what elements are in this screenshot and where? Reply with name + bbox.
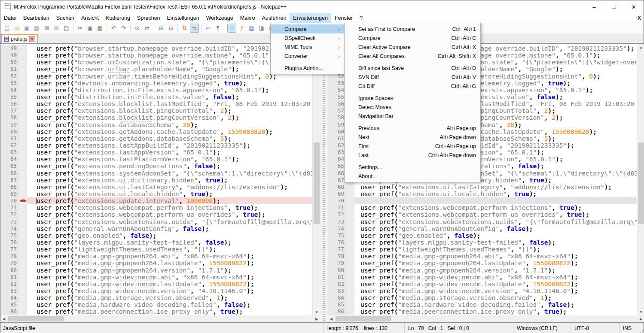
code-text[interactable]: user_pref("media.gmp-gmpopenh264.version… — [37, 267, 312, 274]
save-all-icon[interactable]: ▦ — [32, 24, 41, 33]
bookmark-margin[interactable] — [19, 301, 27, 308]
bookmark-margin[interactable] — [347, 260, 354, 266]
code-text[interactable]: user_pref("distribution.iniFile.exists.v… — [37, 94, 312, 100]
menu-item-clear-active-compare[interactable]: Clear Active CompareCtrl+Alt+X — [345, 42, 480, 51]
scroll-thumb[interactable] — [314, 142, 320, 224]
bookmark-margin[interactable] — [19, 260, 27, 266]
bookmark-margin[interactable] — [347, 204, 354, 211]
code-text[interactable]: user_pref("media.hardware-video-decoding… — [37, 301, 312, 308]
scroll-thumb[interactable] — [336, 316, 391, 321]
code-text[interactable]: user_pref("extensions.webcompat.perform_… — [360, 204, 637, 211]
code-text[interactable]: user_pref("extensions.webcompat.perform_… — [37, 204, 312, 211]
code-text[interactable]: user_pref("extensions.databaseSchema", 2… — [37, 121, 312, 128]
horizontal-scrollbar-right[interactable]: ◀ ▶ — [328, 315, 644, 322]
bookmark-margin[interactable] — [347, 239, 354, 246]
code-text[interactable]: user_pref("layers.mlgpu.sanity-test-fail… — [360, 239, 637, 246]
menu-item-compare[interactable]: Compare› — [271, 24, 344, 33]
close-all-docs-icon[interactable]: ⊠ — [52, 24, 61, 33]
menu-fenster[interactable]: Fenster — [331, 13, 356, 23]
code-text[interactable] — [360, 197, 637, 204]
editor-pane-left[interactable]: 48user_pref("browser.startup.homepage_ov… — [0, 43, 320, 315]
code-text[interactable]: user_pref("media.gmp-widevinecdm.version… — [37, 288, 312, 294]
maximize-button[interactable] — [604, 0, 624, 13]
bookmark-margin[interactable] — [19, 121, 27, 128]
bookmark-margin[interactable] — [19, 281, 27, 288]
code-text[interactable]: user_pref("distribution.iniFile.exists.a… — [37, 87, 312, 94]
menu-werkzeuge[interactable]: Werkzeuge — [203, 13, 237, 23]
menu-ansicht[interactable]: Ansicht — [78, 13, 102, 23]
code-text[interactable]: user_pref("extensions.ui.dictionary.hidd… — [37, 177, 312, 184]
scroll-right-icon[interactable]: ▶ — [638, 315, 644, 322]
bookmark-margin[interactable] — [19, 73, 27, 80]
code-text[interactable]: user_pref("extensions.blocklist.lastModi… — [37, 100, 312, 107]
bookmark-margin[interactable] — [19, 66, 27, 73]
bookmark-margin[interactable] — [19, 163, 27, 170]
statusbar-encoding[interactable]: UTF-8 — [571, 323, 619, 333]
menu-item-navigation-bar[interactable]: Navigation Bar — [345, 112, 480, 121]
statusbar-insert-mode[interactable]: INS — [619, 323, 637, 333]
menu-erweiterungen[interactable]: Erweiterungen — [290, 13, 331, 23]
show-all-characters-icon[interactable]: ¶ — [214, 24, 223, 33]
code-text[interactable]: user_pref("extensions.ui.lastCategory", … — [360, 184, 637, 191]
menu-item-compare[interactable]: CompareCtrl+Alt+C — [345, 33, 480, 42]
bookmark-margin[interactable] — [19, 107, 27, 114]
menu-item-mime-tools[interactable]: MIME Tools› — [271, 42, 344, 51]
bookmark-margin[interactable] — [19, 184, 27, 191]
code-text[interactable]: user_pref("extensions.lastAppVersion", "… — [37, 149, 312, 156]
code-text[interactable]: user_pref("extensions.ui.lastCategory", … — [37, 184, 312, 191]
menu-item-converter[interactable]: Converter› — [271, 51, 344, 61]
bookmark-margin[interactable] — [19, 59, 27, 66]
vertical-scrollbar-left[interactable]: ▲ ▼ — [312, 43, 320, 315]
scroll-right-icon[interactable]: ▶ — [313, 315, 320, 322]
code-text[interactable]: user_pref("extensions.webcompat.perform_… — [360, 211, 637, 218]
zoom-out-icon[interactable]: ⊖ — [166, 24, 175, 33]
code-text[interactable]: user_pref("extensions.lastPlatformVersio… — [37, 156, 312, 163]
code-text[interactable]: user_pref("media.gmp-gmpopenh264.version… — [360, 267, 637, 274]
bookmark-margin[interactable] — [19, 170, 27, 177]
menu-item-ignore-spaces[interactable]: Ignore Spaces — [345, 94, 480, 103]
code-text[interactable]: user_pref("devtools.onboarding.telemetry… — [37, 80, 312, 87]
code-text[interactable]: user_pref("media.gmp-widevinecdm.lastUpd… — [37, 281, 312, 288]
tab-close-icon[interactable]: x — [29, 36, 35, 42]
menu-bearbeiten[interactable]: Bearbeiten — [20, 13, 52, 23]
bookmark-margin[interactable] — [19, 232, 27, 239]
close-doc-icon[interactable]: ⊠ — [42, 24, 51, 33]
bookmark-margin[interactable] — [347, 281, 354, 288]
menu-?[interactable]: ? — [356, 13, 366, 23]
code-text[interactable]: user_pref("extensions.lastAppBuildId", "… — [37, 142, 312, 149]
bookmark-margin[interactable] — [347, 301, 354, 308]
statusbar-eol-format[interactable]: Windows (CR LF) — [513, 323, 571, 333]
code-text[interactable]: user_pref("extensions.getAddons.database… — [37, 135, 312, 142]
bookmark-margin[interactable] — [347, 197, 354, 204]
pane-splitter[interactable] — [320, 43, 328, 322]
code-text[interactable]: user_pref("extensions.pendingOperations"… — [37, 163, 312, 170]
scroll-left-icon[interactable]: ◀ — [0, 315, 7, 322]
code-text[interactable]: user_pref("layers.mlgpu.sanity-test-fail… — [37, 239, 312, 246]
bookmark-margin[interactable] — [19, 149, 27, 156]
bookmark-margin[interactable] — [347, 274, 354, 281]
copy-icon[interactable]: ▣ — [85, 24, 95, 33]
bookmark-margin[interactable] — [19, 218, 27, 225]
print-icon[interactable]: ▤ — [62, 24, 71, 33]
bookmark-margin[interactable] — [347, 211, 354, 218]
scroll-thumb[interactable] — [8, 316, 64, 321]
vertical-scrollbar-right[interactable]: ▲ ▼ — [637, 43, 644, 315]
bookmark-margin[interactable] — [347, 184, 354, 191]
bookmark-margin[interactable] — [19, 211, 27, 218]
find-icon[interactable]: ⊙ — [133, 24, 142, 33]
resize-grip[interactable] — [638, 328, 643, 333]
code-text[interactable]: user_pref("media.peerconnection.ice.prox… — [37, 308, 312, 315]
code-text[interactable]: user_pref("media.gmp-gmpopenh264.abi", "… — [37, 253, 312, 260]
sync-horizontal-scroll-icon[interactable]: ⇆ — [190, 24, 199, 33]
bookmark-margin[interactable] — [347, 191, 354, 197]
code-text[interactable]: user_pref("media.gmp-widevinecdm.abi", "… — [360, 274, 637, 281]
menu-item-previous[interactable]: PreviousAlt+Page up — [345, 124, 480, 133]
menu-item-next[interactable]: NextAlt+Page down — [345, 133, 480, 142]
code-text[interactable]: user_pref("geo.enabled", false); — [37, 232, 312, 239]
code-text[interactable]: user_pref("extensions.ui.locale.hidden",… — [360, 191, 637, 197]
menu-item-detect-moves[interactable]: Detect Moves — [345, 103, 480, 112]
bookmark-margin[interactable] — [19, 294, 27, 301]
code-text[interactable]: user_pref("media.gmp.storage.version.obs… — [37, 294, 312, 301]
new-file-icon[interactable]: ▢ — [3, 24, 12, 33]
code-text[interactable]: user_pref("extensions.blocklist.pingCoun… — [37, 107, 312, 114]
